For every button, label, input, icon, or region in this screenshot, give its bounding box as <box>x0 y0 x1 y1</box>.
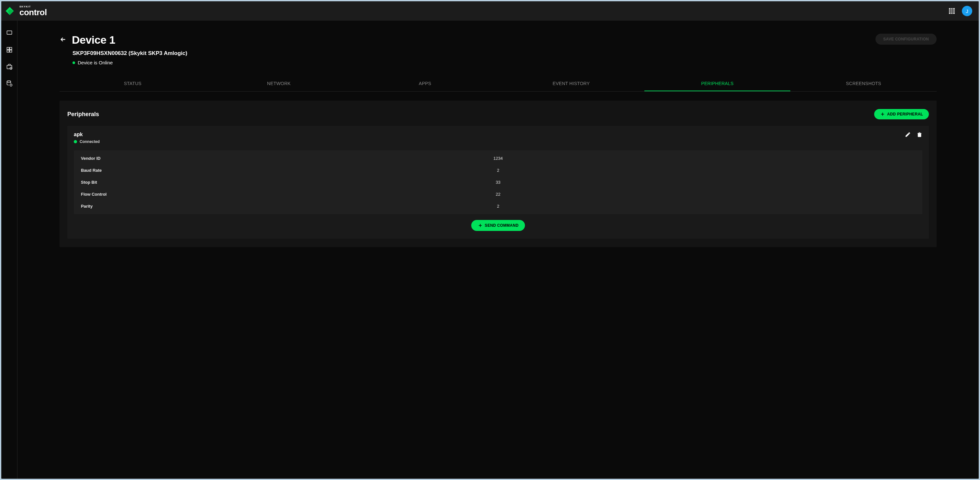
device-status: Device is Online <box>73 60 937 65</box>
svg-rect-6 <box>10 50 12 52</box>
tab-event-history[interactable]: EVENT HISTORY <box>498 76 644 91</box>
peripheral-name: apk <box>74 132 100 137</box>
property-key: Flow Control <box>81 192 482 197</box>
status-dot-icon <box>73 62 75 64</box>
svg-rect-2 <box>7 31 12 34</box>
database-icon <box>6 80 13 87</box>
device-id-line: SKP3F09HSXN00632 (Skykit SKP3 Amlogic) <box>73 50 937 57</box>
delete-peripheral-button[interactable] <box>916 132 923 139</box>
skykit-logo-icon <box>4 5 16 17</box>
user-avatar[interactable]: J <box>962 6 972 16</box>
edit-peripheral-button[interactable] <box>905 132 911 139</box>
app-window: SKYKIT control J <box>1 1 979 479</box>
grid-icon <box>6 46 13 53</box>
tab-screenshots[interactable]: SCREENSHOTS <box>790 76 937 91</box>
peripheral-status-dot-icon <box>74 140 77 143</box>
page-header-row: Device 1 SAVE CONFIGURATION <box>60 33 937 46</box>
save-configuration-button[interactable]: SAVE CONFIGURATION <box>875 33 937 45</box>
svg-rect-3 <box>7 48 9 50</box>
page-title: Device 1 <box>72 33 115 46</box>
logo[interactable]: SKYKIT control <box>4 5 47 17</box>
left-sidebar <box>1 21 18 479</box>
tab-peripherals[interactable]: PERIPHERALS <box>644 76 791 91</box>
arrow-left-icon <box>60 36 67 43</box>
property-value: 22 <box>482 192 514 197</box>
sidebar-item-database[interactable] <box>4 78 14 89</box>
tab-status[interactable]: STATUS <box>60 76 206 91</box>
peripheral-status: Connected <box>74 140 100 144</box>
add-peripheral-button[interactable]: ADD PERIPHERAL <box>874 109 929 119</box>
property-value: 2 <box>482 204 514 209</box>
svg-rect-11 <box>918 133 921 137</box>
plus-icon <box>478 223 483 228</box>
peripheral-properties: Vendor ID 1234 Baud Rate 2 Stop Bit 33 <box>74 150 923 214</box>
property-value: 33 <box>482 180 514 185</box>
briefcase-clock-icon <box>6 64 13 70</box>
svg-point-10 <box>10 84 12 86</box>
monitor-icon <box>6 30 13 36</box>
property-value: 1234 <box>482 156 514 161</box>
tab-network[interactable]: NETWORK <box>206 76 352 91</box>
property-row: Stop Bit 33 <box>74 176 923 188</box>
product-label: control <box>19 8 47 16</box>
device-tabs: STATUS NETWORK APPS EVENT HISTORY PERIPH… <box>60 76 937 92</box>
top-header: SKYKIT control J <box>1 1 979 21</box>
property-row: Baud Rate 2 <box>74 164 923 176</box>
header-actions: J <box>949 6 972 16</box>
property-key: Stop Bit <box>81 180 482 185</box>
logo-text: SKYKIT control <box>19 5 47 16</box>
tab-apps[interactable]: APPS <box>352 76 498 91</box>
sidebar-item-dashboard[interactable] <box>4 45 14 55</box>
svg-rect-5 <box>7 50 9 52</box>
svg-rect-4 <box>10 48 12 50</box>
svg-point-9 <box>7 81 11 83</box>
property-row: Flow Control 22 <box>74 188 923 200</box>
device-status-label: Device is Online <box>78 60 113 65</box>
pencil-icon <box>905 132 911 137</box>
trash-icon <box>916 132 923 137</box>
main-content: Device 1 SAVE CONFIGURATION SKP3F09HSXN0… <box>18 21 979 479</box>
property-value: 2 <box>482 168 514 173</box>
peripheral-status-label: Connected <box>80 140 100 144</box>
peripherals-panel: Peripherals ADD PERIPHERAL apk <box>60 100 937 247</box>
send-command-button[interactable]: SEND COMMAND <box>471 220 525 231</box>
sidebar-item-display[interactable] <box>4 28 14 38</box>
send-command-label: SEND COMMAND <box>485 223 519 228</box>
plus-icon <box>880 111 885 117</box>
peripheral-card: apk Connected <box>67 126 929 239</box>
property-key: Parity <box>81 204 482 209</box>
property-row: Vendor ID 1234 <box>74 153 923 164</box>
sidebar-item-schedule[interactable] <box>4 62 14 72</box>
panel-title: Peripherals <box>67 111 99 118</box>
back-button[interactable] <box>60 36 67 45</box>
property-key: Baud Rate <box>81 168 482 173</box>
property-row: Parity 2 <box>74 200 923 212</box>
add-peripheral-label: ADD PERIPHERAL <box>887 112 923 116</box>
avatar-initial: J <box>966 8 968 14</box>
apps-grid-icon[interactable] <box>949 8 955 14</box>
property-key: Vendor ID <box>81 156 482 161</box>
